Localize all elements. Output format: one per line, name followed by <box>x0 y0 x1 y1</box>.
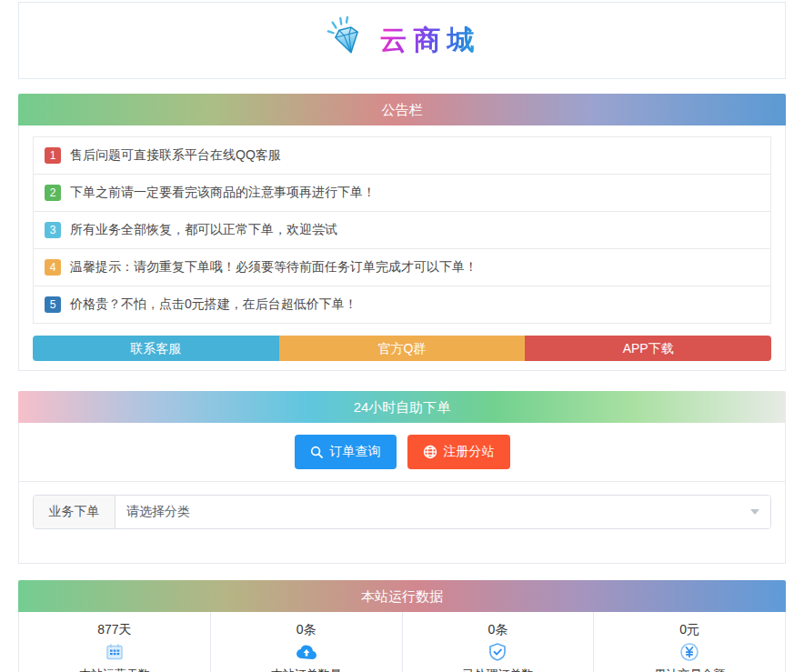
stat-label: 本站订单数量 <box>211 667 402 672</box>
site-title: 云商城 <box>380 22 481 59</box>
stats-section: 本站运行数据 877天 本站运营天数 <box>18 580 786 672</box>
page: 云商城 公告栏 1 售后问题可直接联系平台在线QQ客服 2 下单之前请一定要看完… <box>18 0 786 672</box>
announcement-item: 2 下单之前请一定要看完该商品的注意事项再进行下单！ <box>33 174 771 212</box>
announcement-text: 价格贵？不怕，点击0元搭建，在后台超低价下单！ <box>70 296 357 313</box>
announcement-text: 所有业务全部恢复，都可以正常下单，欢迎尝试 <box>70 222 337 238</box>
diamond-icon <box>324 16 369 65</box>
stats-header: 本站运行数据 <box>18 580 786 612</box>
stat-label: 本站运营天数 <box>19 667 210 672</box>
category-field: 业务下单 请选择分类 <box>33 495 771 529</box>
announcement-item: 3 所有业务全部恢复，都可以正常下单，欢迎尝试 <box>33 211 771 249</box>
stat-running-days: 877天 本站运营天数 <box>19 612 211 672</box>
order-query-button[interactable]: 订单查询 <box>295 435 397 469</box>
logo-link[interactable]: 云商城 <box>324 16 481 65</box>
stat-value: 877天 <box>19 620 210 638</box>
order-query-label: 订单查询 <box>330 444 381 460</box>
calendar-icon <box>19 640 210 664</box>
item-number-badge: 5 <box>45 296 61 313</box>
stat-label: 已处理订单数 <box>403 667 594 672</box>
order-section: 24小时自助下单 订单查询 <box>18 391 786 564</box>
announcement-item: 5 价格贵？不怕，点击0元搭建，在后台超低价下单！ <box>33 286 771 324</box>
stat-value: 0条 <box>211 620 402 638</box>
order-form: 业务下单 请选择分类 <box>19 482 785 563</box>
app-download-button[interactable]: APP下载 <box>525 336 771 361</box>
chevron-down-icon <box>750 509 759 515</box>
cloud-upload-icon <box>211 640 402 664</box>
item-number-badge: 1 <box>45 147 61 164</box>
order-action-row: 订单查询 注册分站 <box>19 423 785 482</box>
stat-total-amount: 0元 累计交易金额 <box>594 612 785 672</box>
search-icon <box>310 446 324 459</box>
announcement-text: 温馨提示：请勿重复下单哦！必须要等待前面任务订单完成才可以下单！ <box>70 259 477 276</box>
announcement-text: 售后问题可直接联系平台在线QQ客服 <box>70 147 281 164</box>
announcement-item: 4 温馨提示：请勿重复下单哦！必须要等待前面任务订单完成才可以下单！ <box>33 248 771 286</box>
stat-order-count: 0条 本站订单数量 <box>211 612 403 672</box>
globe-icon <box>423 445 437 459</box>
stat-label: 累计交易金额 <box>594 667 785 672</box>
contact-service-button[interactable]: 联系客服 <box>33 336 279 361</box>
shield-check-icon <box>403 640 594 664</box>
announcement-header: 公告栏 <box>18 94 786 125</box>
announcement-text: 下单之前请一定要看完该商品的注意事项再进行下单！ <box>70 185 376 201</box>
site-header: 云商城 <box>18 2 786 79</box>
category-field-label: 业务下单 <box>34 496 116 528</box>
stat-value: 0条 <box>403 620 594 638</box>
announcement-card: 1 售后问题可直接联系平台在线QQ客服 2 下单之前请一定要看完该商品的注意事项… <box>18 125 786 371</box>
register-substation-label: 注册分站 <box>444 444 495 460</box>
order-card: 订单查询 注册分站 <box>18 423 786 564</box>
item-number-badge: 3 <box>45 222 61 238</box>
stat-processed-orders: 0条 已处理订单数 <box>403 612 595 672</box>
item-number-badge: 4 <box>45 259 61 276</box>
item-number-badge: 2 <box>45 185 61 201</box>
announcement-item: 1 售后问题可直接联系平台在线QQ客服 <box>33 136 771 175</box>
official-qq-group-button[interactable]: 官方Q群 <box>279 336 526 361</box>
category-select[interactable]: 请选择分类 <box>116 496 770 528</box>
stat-value: 0元 <box>594 620 785 638</box>
stats-card: 877天 本站运营天数 0条 <box>18 612 786 672</box>
register-substation-button[interactable]: 注册分站 <box>407 435 510 469</box>
category-select-placeholder: 请选择分类 <box>126 504 190 520</box>
announcement-button-row: 联系客服 官方Q群 APP下载 <box>33 336 771 361</box>
order-header: 24小时自助下单 <box>18 391 786 423</box>
announcement-section: 公告栏 1 售后问题可直接联系平台在线QQ客服 2 下单之前请一定要看完该商品的… <box>18 94 786 371</box>
yen-circle-icon <box>594 640 785 664</box>
